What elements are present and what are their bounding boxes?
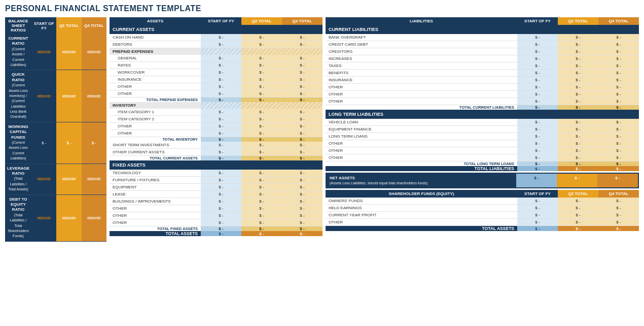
ratio-row: QUICK RATIO(Current Assets Less Inventor… bbox=[5, 70, 106, 122]
table-row: OTHER $ - $ - $ - bbox=[326, 140, 639, 147]
table-row: OTHER $ - $ - $ - bbox=[110, 90, 323, 97]
equity-col-q2: Q2 TOTAL bbox=[558, 190, 598, 198]
net-assets-header: NET ASSETS bbox=[330, 176, 513, 181]
section-header-row: LONG TERM LIABILITIES bbox=[326, 110, 639, 119]
table-row: INSURANCE $ - $ - $ - bbox=[110, 76, 323, 83]
liabilities-col-start: START OF FY bbox=[517, 17, 558, 25]
table-row: OTHER $ - $ - $ - bbox=[110, 123, 323, 130]
net-assets-q4: $ - bbox=[597, 174, 638, 187]
page: PERSONAL FINANCIAL STATEMENT TEMPLATE BA… bbox=[0, 0, 644, 246]
liabilities-panel: LIABILITIES START OF FY Q2 TOTAL Q4 TOTA… bbox=[326, 17, 639, 231]
table-row: TECHNOLOGY $ - $ - $ - bbox=[110, 170, 323, 177]
liabilities-header: LIABILITIES bbox=[326, 17, 517, 25]
table-row: CASH ON HAND $ - $ - $ - bbox=[110, 34, 323, 41]
table-row: ITEM CATEGORY 1 $ - $ - $ - bbox=[110, 109, 323, 116]
subtotal-row: TOTAL CURRENT ASSETS $ - $ - $ - bbox=[110, 156, 323, 161]
table-row: OTHER $ - $ - $ - bbox=[110, 130, 323, 137]
table-row: VEHICLE LOAN $ - $ - $ - bbox=[326, 119, 639, 126]
table-row: EQUIPMENT FINANCE $ - $ - $ - bbox=[326, 126, 639, 133]
subtotal-row: TOTAL INVENTORY $ - $ - $ - bbox=[110, 137, 323, 142]
table-row: RATES $ - $ - $ - bbox=[110, 62, 323, 69]
ratios-col-start: START OF FY bbox=[31, 17, 56, 34]
table-row: OTHER $ - $ - $ - bbox=[326, 84, 639, 91]
equity-col-q4: Q4 TOTAL bbox=[598, 190, 639, 198]
table-row: OTHER $ - $ - $ - bbox=[326, 154, 639, 161]
table-row: ITEM CATEGORY 2 $ - $ - $ - bbox=[110, 116, 323, 123]
net-assets-start: $ - bbox=[516, 174, 557, 187]
table-row: LONG TERM LOANS $ - $ - $ - bbox=[326, 133, 639, 140]
section-header-row: CURRENT ASSETS bbox=[110, 25, 323, 34]
table-row: OTHER $ - $ - $ - bbox=[110, 219, 323, 226]
table-row: EQUIPMENT $ - $ - $ - bbox=[110, 184, 323, 191]
table-row: BANK OVERDRAFT $ - $ - $ - bbox=[326, 34, 639, 41]
table-row: OTHER $ - $ - $ - bbox=[110, 83, 323, 90]
net-assets-section: NET ASSETS (Assets Less Liabilities; sho… bbox=[326, 173, 639, 188]
table-row: CREDIT CARD DEBT $ - $ - $ - bbox=[326, 41, 639, 48]
assets-col-q4: Q4 TOTAL bbox=[282, 17, 323, 25]
ratio-row: LEVERAGE RATIO(Total Liabilities / Total… bbox=[5, 164, 106, 194]
table-row: OTHER $ - $ - $ - bbox=[110, 205, 323, 212]
table-row: OTHER CURRENT ASSETS $ - $ - $ - bbox=[110, 149, 323, 156]
table-row: GENERAL $ - $ - $ - bbox=[110, 55, 323, 62]
table-row: BENEFITS $ - $ - $ - bbox=[326, 70, 639, 77]
assets-header: ASSETS bbox=[110, 17, 201, 25]
table-row: TAXES $ - $ - $ - bbox=[326, 62, 639, 70]
subtotal-row: TOTAL CURRENT LIABILITIES $ - $ - $ - bbox=[326, 105, 639, 110]
ratios-col-q4: Q4 TOTAL bbox=[82, 17, 106, 34]
grand-total-row: TOTAL LIABILITIES $ - $ - $ - bbox=[326, 166, 639, 171]
net-assets-sub: (Assets Less Liabilities; should equal t… bbox=[330, 181, 513, 185]
table-row: INCREASES $ - $ - $ - bbox=[326, 55, 639, 62]
table-row: SHORT TERM INVESTMENTS $ - $ - $ - bbox=[110, 142, 323, 149]
grand-total-row: TOTAL ASSETS $ - $ - $ - bbox=[110, 231, 323, 236]
table-row: OTHER $ - $ - $ - bbox=[326, 91, 639, 98]
table-row: OTHER $ - $ - $ - bbox=[326, 98, 639, 105]
grand-total-row: TOTAL ASSETS $ - $ - $ - bbox=[326, 226, 639, 232]
page-title: PERSONAL FINANCIAL STATEMENT TEMPLATE bbox=[5, 4, 639, 13]
ratios-col-q2: Q2 TOTAL bbox=[56, 17, 81, 34]
liabilities-col-q2: Q2 TOTAL bbox=[558, 17, 598, 25]
balance-sheet-ratios-panel: BALANCE SHEET RATIOS START OF FY Q2 TOTA… bbox=[5, 17, 106, 242]
net-assets-row: NET ASSETS (Assets Less Liabilities; sho… bbox=[327, 174, 638, 187]
table-row: HELD EARNINGS $ - $ - $ - bbox=[326, 205, 639, 212]
category-header-row: INVENTORY bbox=[110, 102, 323, 109]
shareholder-funds-table: SHAREHOLDER FUNDS (EQUITY) START OF FY Q… bbox=[326, 190, 639, 231]
equity-col-start: START OF FY bbox=[517, 190, 558, 198]
subtotal-row: TOTAL FIXED ASSETS $ - $ - $ - bbox=[110, 226, 323, 232]
main-layout: BALANCE SHEET RATIOS START OF FY Q2 TOTA… bbox=[5, 17, 639, 242]
assets-col-q2: Q2 TOTAL bbox=[241, 17, 282, 25]
ratios-header: BALANCE SHEET RATIOS bbox=[5, 17, 31, 34]
table-row: OTHER $ - $ - $ - bbox=[326, 147, 639, 154]
table-row: OWNERS' FUNDS $ - $ - $ - bbox=[326, 198, 639, 205]
section-header-row: FIXED ASSETS bbox=[110, 160, 323, 170]
table-row: FURNITURE / FIXTURES $ - $ - $ - bbox=[110, 177, 323, 184]
section-header-row: CURRENT LIABILITIES bbox=[326, 25, 639, 34]
liabilities-col-q4: Q4 TOTAL bbox=[598, 17, 639, 25]
equity-header: SHAREHOLDER FUNDS (EQUITY) bbox=[326, 190, 517, 198]
net-assets-label: NET ASSETS (Assets Less Liabilities; sho… bbox=[327, 174, 516, 187]
table-row: CREDITORS $ - $ - $ - bbox=[326, 48, 639, 55]
assets-col-start: START OF FY bbox=[201, 17, 241, 25]
ratio-row: CURRENT RATIO(Current Assets / Current L… bbox=[5, 34, 106, 70]
table-row: BUILDINGS / IMPROVEMENTS $ - $ - $ - bbox=[110, 198, 323, 205]
ratio-row: WORKING CAPITAL FUNDS(Current Assets Les… bbox=[5, 122, 106, 164]
assets-panel: ASSETS START OF FY Q2 TOTAL Q4 TOTAL CUR… bbox=[110, 17, 323, 236]
subtotal-row: TOTAL LONG TERM LOANS $ - $ - $ - bbox=[326, 161, 639, 167]
table-row: LEASE $ - $ - $ - bbox=[110, 191, 323, 198]
table-row: DEBTORS $ - $ - $ - bbox=[110, 41, 323, 48]
net-assets-q2: $ - bbox=[557, 174, 597, 187]
table-row: INSURANCE $ - $ - $ - bbox=[326, 77, 639, 84]
table-row: WORKCOVER $ - $ - $ - bbox=[110, 69, 323, 76]
table-row: CURRENT YEAR PROFIT $ - $ - $ - bbox=[326, 212, 639, 219]
ratio-row: DEBT TO EQUITY RATIO(Total Liabilities /… bbox=[5, 194, 106, 241]
table-row: OTHER $ - $ - $ - bbox=[110, 212, 323, 219]
subtotal-row: TOTAL PREPAID EXPENSES $ - $ - $ - bbox=[110, 97, 323, 103]
table-row: OTHER $ - $ - $ - bbox=[326, 219, 639, 226]
category-header-row: PREPAID EXPENSES bbox=[110, 48, 323, 55]
